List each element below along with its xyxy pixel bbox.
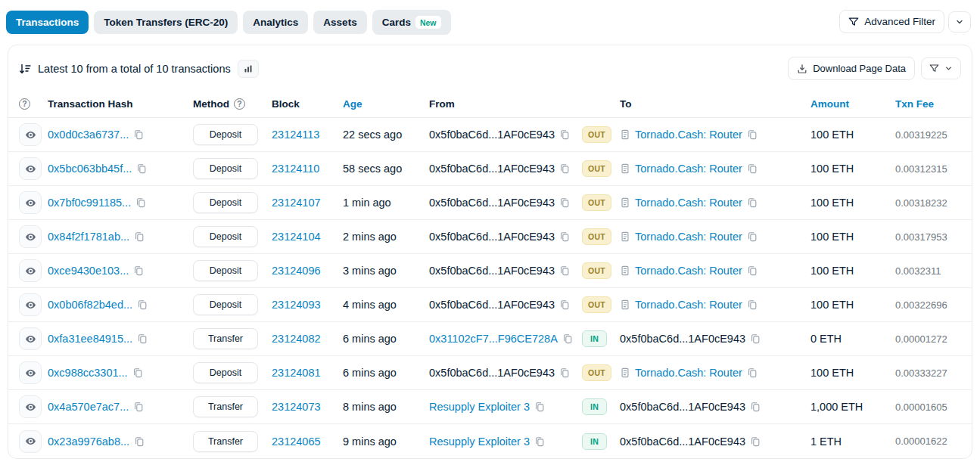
preview-eye-button[interactable] — [19, 157, 42, 180]
transaction-hash-link[interactable]: 0xc988cc3301... — [48, 367, 128, 379]
table-filter-button[interactable] — [921, 57, 961, 79]
tab-cards[interactable]: Cards New — [372, 10, 451, 35]
copy-icon[interactable] — [747, 197, 758, 208]
to-address[interactable]: Tornado.Cash: Router — [635, 367, 742, 379]
copy-icon[interactable] — [747, 163, 758, 174]
preview-eye-button[interactable] — [19, 259, 42, 282]
contract-icon — [620, 299, 630, 310]
tab-token-transfers-erc-20[interactable]: Token Transfers (ERC-20) — [94, 11, 238, 34]
contract-icon — [620, 197, 630, 208]
copy-icon[interactable] — [134, 231, 145, 242]
direction-badge: OUT — [582, 228, 611, 245]
tab-analytics[interactable]: Analytics — [243, 11, 308, 34]
block-link[interactable]: 23124093 — [272, 299, 321, 311]
to-address[interactable]: Tornado.Cash: Router — [635, 231, 742, 243]
block-link[interactable]: 23124104 — [272, 231, 321, 243]
tab-transactions[interactable]: Transactions — [6, 11, 89, 34]
to-address[interactable]: Tornado.Cash: Router — [635, 197, 742, 209]
transaction-hash-link[interactable]: 0x4a570e7ac7... — [48, 401, 129, 413]
age-text: 3 mins ago — [343, 265, 429, 277]
transaction-hash-link[interactable]: 0xce9430e103... — [48, 265, 129, 277]
copy-icon[interactable] — [534, 436, 545, 447]
copy-icon[interactable] — [137, 299, 148, 310]
preview-eye-button[interactable] — [19, 361, 42, 384]
copy-icon[interactable] — [559, 367, 570, 378]
method-badge: Deposit — [193, 124, 258, 145]
preview-eye-button[interactable] — [19, 293, 42, 316]
copy-icon[interactable] — [750, 401, 761, 412]
transaction-hash-link[interactable]: 0x5bc063bb45f... — [48, 163, 132, 175]
copy-icon[interactable] — [133, 129, 144, 140]
transaction-hash-link[interactable]: 0x0d0c3a6737... — [48, 129, 129, 141]
advanced-filter-dropdown-button[interactable] — [948, 11, 971, 33]
block-link[interactable]: 23124081 — [272, 367, 321, 379]
method-help-icon[interactable]: ? — [234, 98, 245, 110]
age-text: 6 mins ago — [343, 367, 429, 379]
copy-icon[interactable] — [559, 299, 570, 310]
new-badge: New — [415, 16, 441, 29]
block-link[interactable]: 23124096 — [272, 265, 321, 277]
copy-icon[interactable] — [747, 265, 758, 276]
from-address: 0x5f0baC6d...1AF0cE943 — [429, 129, 555, 141]
copy-icon[interactable] — [534, 401, 545, 412]
table-body: 0x0d0c3a6737... Deposit 23124113 22 secs… — [8, 118, 972, 458]
from-address[interactable]: 0x31102cF7...F96CE728A — [429, 333, 558, 345]
list-summary: Latest 10 from a total of 10 transaction… — [38, 63, 231, 75]
chart-view-button[interactable] — [238, 60, 259, 78]
to-address[interactable]: Tornado.Cash: Router — [635, 299, 742, 311]
copy-icon[interactable] — [132, 367, 143, 378]
copy-icon[interactable] — [750, 333, 761, 344]
copy-icon[interactable] — [133, 265, 144, 276]
copy-icon[interactable] — [559, 265, 570, 276]
preview-eye-button[interactable] — [19, 225, 42, 248]
table-row: 0x23a9976ab8... Transfer 23124065 9 mins… — [8, 424, 972, 458]
to-address[interactable]: Tornado.Cash: Router — [635, 163, 742, 175]
contract-icon — [620, 129, 630, 140]
to-address[interactable]: Tornado.Cash: Router — [635, 265, 742, 277]
transaction-hash-link[interactable]: 0x23a9976ab8... — [48, 435, 129, 448]
to-address[interactable]: Tornado.Cash: Router — [635, 129, 742, 141]
block-link[interactable]: 23124110 — [272, 163, 319, 175]
copy-icon[interactable] — [747, 129, 758, 140]
tab-assets[interactable]: Assets — [313, 11, 366, 34]
copy-icon[interactable] — [136, 163, 147, 174]
copy-icon[interactable] — [559, 129, 570, 140]
copy-icon[interactable] — [562, 333, 573, 344]
preview-eye-button[interactable] — [19, 395, 42, 418]
amount-text: 100 ETH — [810, 163, 895, 175]
copy-icon[interactable] — [135, 197, 146, 208]
copy-icon[interactable] — [133, 401, 144, 412]
block-link[interactable]: 23124113 — [272, 129, 319, 141]
block-link[interactable]: 23124082 — [272, 333, 321, 345]
copy-icon[interactable] — [750, 436, 761, 447]
preview-eye-button[interactable] — [19, 191, 42, 214]
copy-icon[interactable] — [747, 367, 758, 378]
block-link[interactable]: 23124065 — [272, 435, 321, 448]
copy-icon[interactable] — [747, 299, 758, 310]
txn-fee-text: 0.00312315 — [895, 163, 961, 175]
copy-icon[interactable] — [559, 231, 570, 242]
advanced-filter-button[interactable]: Advanced Filter — [839, 10, 944, 33]
download-icon — [797, 64, 807, 74]
preview-eye-button[interactable] — [19, 430, 42, 453]
transaction-hash-link[interactable]: 0x0b06f82b4ed... — [48, 299, 132, 311]
transaction-hash-link[interactable]: 0xfa31ee84915... — [48, 333, 132, 345]
from-address[interactable]: Resupply Exploiter 3 — [429, 435, 530, 448]
block-link[interactable]: 23124107 — [272, 197, 321, 209]
from-address[interactable]: Resupply Exploiter 3 — [429, 401, 530, 413]
block-link[interactable]: 23124073 — [272, 401, 321, 413]
column-txn-fee[interactable]: Txn Fee — [895, 98, 961, 110]
download-page-data-button[interactable]: Download Page Data — [788, 57, 915, 80]
column-age[interactable]: Age — [343, 98, 429, 110]
copy-icon[interactable] — [134, 436, 145, 447]
copy-icon[interactable] — [559, 163, 570, 174]
transaction-hash-link[interactable]: 0x7bf0c991185... — [48, 197, 131, 209]
copy-icon[interactable] — [559, 197, 570, 208]
help-icon[interactable]: ? — [19, 98, 30, 110]
preview-eye-button[interactable] — [19, 123, 42, 146]
copy-icon[interactable] — [137, 333, 148, 344]
copy-icon[interactable] — [747, 231, 758, 242]
column-amount[interactable]: Amount — [810, 98, 895, 110]
preview-eye-button[interactable] — [19, 327, 42, 350]
transaction-hash-link[interactable]: 0x84f2f1781ab... — [48, 231, 129, 243]
